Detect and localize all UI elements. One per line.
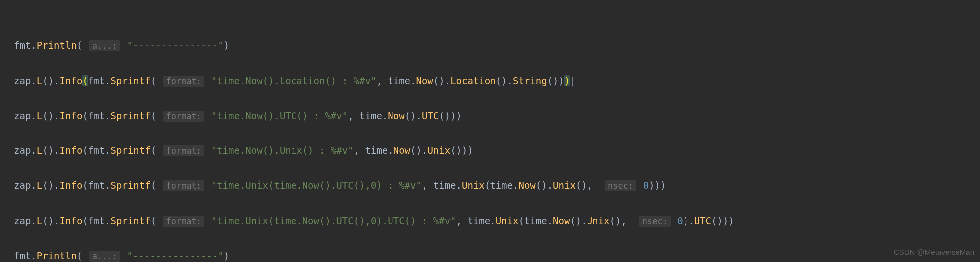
- func-name: Sprintf: [111, 75, 151, 86]
- string-literal: "---------------": [127, 40, 223, 51]
- param-hint: a...:: [89, 251, 120, 262]
- param-hint: nsec:: [605, 180, 636, 191]
- code-line[interactable]: zap.L().Info(fmt.Sprintf( format: "time.…: [14, 107, 980, 125]
- number-literal: 0: [677, 215, 683, 226]
- func-name: L: [37, 75, 42, 86]
- string-literal: "time.Unix(time.Now().UTC(),0) : %#v": [211, 180, 422, 191]
- string-literal: "---------------": [127, 250, 223, 261]
- cursor-position: |: [570, 75, 575, 86]
- watermark-text: CSDN @MetaverseMan: [894, 245, 974, 259]
- punct: ): [224, 40, 229, 51]
- punct: (: [77, 40, 88, 51]
- code-line[interactable]: fmt.Println( a...: "---------------"): [14, 247, 980, 262]
- string-literal: "time.Now().Unix() : %#v": [211, 145, 354, 156]
- param-hint: format:: [163, 145, 205, 156]
- string-literal: "time.Unix(time.Now().UTC(),0).UTC() : %…: [211, 215, 456, 226]
- code-line[interactable]: zap.L().Info(fmt.Sprintf( format: "time.…: [14, 177, 980, 194]
- matching-paren: ): [564, 75, 570, 86]
- string-literal: "time.Now().UTC() : %#v": [211, 110, 348, 121]
- number-literal: 0: [643, 180, 649, 191]
- param-hint: format:: [163, 180, 205, 191]
- code-line[interactable]: zap.L().Info(fmt.Sprintf( format: "time.…: [14, 212, 980, 230]
- punct: .: [31, 40, 36, 51]
- code-line[interactable]: zap.L().Info(fmt.Sprintf( format: "time.…: [14, 72, 980, 90]
- code-line[interactable]: zap.L().Info(fmt.Sprintf( format: "time.…: [14, 142, 980, 159]
- param-hint: format:: [163, 216, 205, 227]
- param-hint: nsec:: [639, 216, 671, 227]
- param-hint: format:: [163, 76, 205, 87]
- code-editor[interactable]: fmt.Println( a...: "---------------") za…: [0, 2, 980, 262]
- func-name: Println: [37, 40, 77, 51]
- identifier: fmt: [14, 40, 31, 51]
- param-hint: format:: [163, 111, 205, 122]
- param-hint: a...:: [89, 40, 120, 51]
- code-line[interactable]: fmt.Println( a...: "---------------"): [14, 37, 980, 54]
- string-literal: "time.Now().Location() : %#v": [211, 75, 377, 86]
- matching-paren: (: [82, 75, 88, 86]
- identifier: zap: [14, 75, 31, 86]
- func-name: Info: [60, 75, 83, 86]
